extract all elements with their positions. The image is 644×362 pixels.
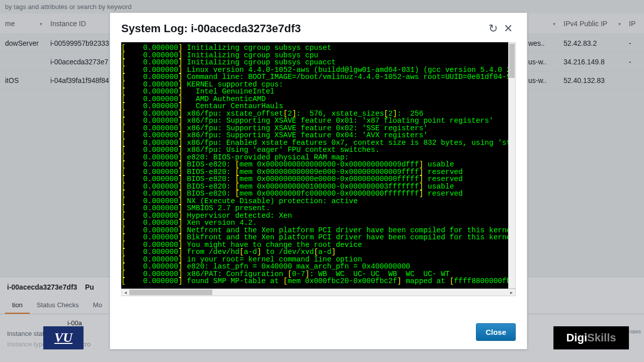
horizontal-scrollbar[interactable]: ◂ ▸ xyxy=(121,289,516,296)
system-log-modal: System Log: i-00acecda3273e7df3 ↻ ✕ [ 0.… xyxy=(110,13,527,349)
scroll-right-arrow[interactable]: ▸ xyxy=(508,289,515,296)
scroll-left-arrow[interactable]: ◂ xyxy=(122,289,129,296)
scrollbar-thumb[interactable] xyxy=(129,290,212,295)
system-log-console[interactable]: [ 0.000000] Initializing cgroup subsys c… xyxy=(121,42,516,289)
digiskills-logo: DigiSkills xyxy=(553,326,629,349)
vu-logo: VU xyxy=(43,326,84,349)
vertical-scrollbar[interactable] xyxy=(508,42,516,289)
refresh-icon[interactable]: ↻ xyxy=(486,23,501,34)
console-container: [ 0.000000] Initializing cgroup subsys c… xyxy=(110,42,527,315)
close-button[interactable]: Close xyxy=(476,323,516,341)
scrollbar-thumb[interactable] xyxy=(509,44,515,78)
modal-title: System Log: i-00acecda3273e7df3 xyxy=(121,22,486,35)
close-icon[interactable]: ✕ xyxy=(501,23,516,34)
